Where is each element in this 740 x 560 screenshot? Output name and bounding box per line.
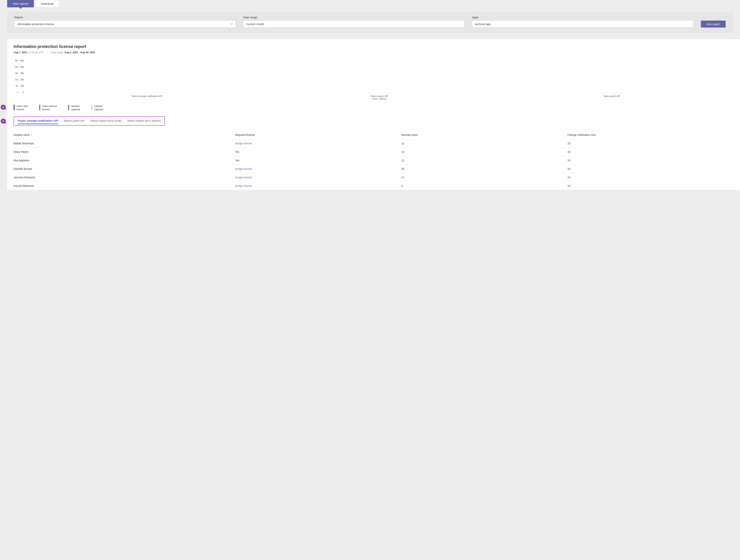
legend-item[interactable]: Users without license [39,105,57,111]
subtab-row: Teams change notification APITeams patch… [14,116,165,126]
cell-change-notification-sent: 10 [567,150,734,153]
legend-swatch [14,105,14,110]
subtab[interactable]: Teams export APIs (teams) [127,119,161,124]
assign-license-link[interactable]: Assign license [235,176,401,179]
cell-attempt-count: 12 [401,159,567,162]
cell-attempt-count: 11 [401,176,567,179]
table-row[interactable]: Jazmine SimmonsAssign license1110 [14,173,734,182]
sort-down-icon: ↓ [31,133,32,136]
legend-swatch [91,105,92,110]
cell-display-name: Babak Shammas [14,142,235,145]
cell-change-notification-sent: 10 [567,176,734,179]
cell-display-name: Hilary Reyes [14,150,235,153]
col-change-notification-sent[interactable]: Change notification sent [567,133,734,136]
cell-attempt-count: 13 [401,150,567,153]
assign-license-link[interactable]: Assign license [235,184,401,187]
chevron-down-icon [230,23,233,25]
cell-change-notification-sent: 10 [567,159,734,162]
col-attempt-count[interactable]: Attempt count [401,133,567,136]
cell-attempt-count: 4 [401,184,567,187]
cell-display-name: Roy Appleton [14,159,235,162]
table-row[interactable]: Babak ShammasAssign license1210 [14,139,734,148]
cell-required-license: Yes [235,159,401,162]
legend-label: Seeded capacity [71,105,80,111]
report-label: Report [14,16,236,19]
date-range-value: Current month [246,22,264,26]
data-table: Display name ↓ Required license Attempt … [7,131,740,190]
report-title: Information protection license report [14,44,734,49]
legend-label: Utilized capacity [94,105,103,111]
table-row[interactable]: Krystal McKinneyAssign license410 [14,182,734,190]
cell-change-notification-sent: 10 [567,142,734,145]
subtab[interactable]: Teams export APIs (chat) [90,119,122,124]
cell-change-notification-sent: 10 [567,184,734,187]
callout-8: 8 [1,105,6,110]
cell-attempt-count: 20 [401,167,567,171]
chart-legend: 8 Users with licenseUsers without licens… [7,100,740,116]
y-axis-primary: 06k12k18k24k30k [14,60,19,93]
table-row[interactable]: Hilary ReyesYes1310 [14,148,734,156]
legend-label: Users without license [42,105,57,111]
cell-attempt-count: 12 [401,142,567,145]
callout-9: 9 [1,119,6,124]
subtab[interactable]: Teams change notification API [17,119,58,124]
filter-panel: Report Information protection license Da… [7,11,733,33]
legend-item[interactable]: Users with license [14,105,28,111]
legend-swatch [39,105,40,110]
run-report-button[interactable]: Run report [701,21,726,27]
legend-item[interactable]: Seeded capacity [68,105,80,111]
report-card: Information protection license report Au… [7,39,740,190]
chart-category-label: Teams patch API [595,95,629,100]
legend-label: Users with license [16,105,28,111]
chart-category-label: Teams change notification API [130,95,164,100]
assign-license-link[interactable]: Assign license [235,142,401,145]
col-required-license[interactable]: Required license [235,133,401,136]
legend-swatch [68,105,69,110]
chart-category-label: Teams export API (chat + teams) [362,95,396,100]
apps-select[interactable]: Archival app [472,20,693,27]
cell-display-name: Jazmine Simmons [14,176,235,179]
chart: 06k12k18k24k30k 0100200300400500 Teams c… [7,54,740,100]
assign-license-link[interactable]: Assign license [235,167,401,171]
date-range-select[interactable]: Current month [243,20,464,27]
cell-display-name: Krystal McKinney [14,184,235,187]
plot-area [25,60,734,93]
report-select-value: Information protection license [17,22,54,26]
cell-display-name: Danielle Booker [14,167,235,171]
apps-label: Apps [472,16,693,19]
table-header: Display name ↓ Required license Attempt … [14,131,734,139]
y-axis-secondary: 0100200300400500 [19,60,25,93]
tab-download[interactable]: Download [35,0,59,7]
col-display-name[interactable]: Display name ↓ [14,133,235,136]
subtab[interactable]: Teams patch API [64,119,85,124]
table-row[interactable]: Danielle BookerAssign license2010 [14,165,734,173]
legend-item[interactable]: Utilized capacity [91,105,103,111]
date-range-label: Date range [243,16,464,19]
tab-view-reports[interactable]: View reports [7,0,34,7]
report-select[interactable]: Information protection license [14,20,236,27]
cell-change-notification-sent: 10 [567,167,734,171]
apps-value: Archival app [475,22,490,26]
report-meta: Aug 7, 2021 11:59 am (PT) | Date range: … [14,51,734,54]
table-row[interactable]: Roy AppletonYes1210 [14,156,734,165]
cell-required-license: Yes [235,150,401,153]
